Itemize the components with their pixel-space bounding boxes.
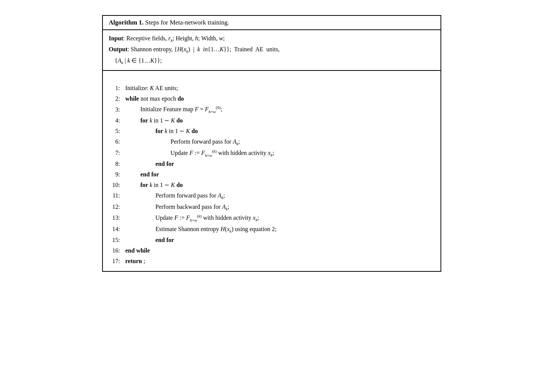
step-num-16: 16: <box>109 245 125 256</box>
step-num-10: 10: <box>109 180 125 190</box>
step-content-11: Perform forward pass for Ak; <box>125 190 434 201</box>
step-num-4: 4: <box>109 115 125 126</box>
step-content-7: Update F := Fh×w(k) with hidden activity… <box>125 148 434 159</box>
step-num-14: 14: <box>109 224 125 234</box>
step-num-3: 3: <box>109 104 125 115</box>
step-num-1: 1: <box>109 83 125 93</box>
step-15: 15: end for <box>109 235 434 245</box>
output-line: Output: Shannon entropy, {H(xk) | k in{1… <box>109 44 434 66</box>
algorithm-label: Algorithm 1. <box>109 19 144 26</box>
step-content-5: for k in 1 ∼ K do <box>125 126 434 136</box>
step-content-1: Initialize: K AE units; <box>125 83 434 93</box>
step-content-12: Perform backward pass for Ak; <box>125 202 434 213</box>
step-6: 6: Perform forward pass for Ak; <box>109 136 434 147</box>
step-9: 9: end for <box>109 169 434 180</box>
step-12: 12: Perform backward pass for Ak; <box>109 202 434 213</box>
input-text: Receptive fields, rk; Height, h; Width, … <box>126 35 225 41</box>
step-2: 2: while not max epoch do <box>109 93 434 104</box>
step-num-7: 7: <box>109 148 125 158</box>
step-1: 1: Initialize: K AE units; <box>109 83 434 93</box>
step-content-3: Initialize Feature map F = Fh×w(0); <box>125 104 434 115</box>
step-11: 11: Perform forward pass for Ak; <box>109 190 434 201</box>
algorithm-box: Algorithm 1. Steps for Meta-network trai… <box>102 15 441 272</box>
step-num-5: 5: <box>109 126 125 136</box>
step-content-17: return ; <box>125 256 434 266</box>
step-num-13: 13: <box>109 213 125 223</box>
step-17: 17: return ; <box>109 256 434 266</box>
input-label: Input <box>109 35 123 41</box>
step-num-17: 17: <box>109 256 125 266</box>
step-content-10: for k in 1 ∼ K do <box>125 180 434 190</box>
step-3: 3: Initialize Feature map F = Fh×w(0); <box>109 104 434 115</box>
step-content-6: Perform forward pass for Ak; <box>125 136 434 147</box>
step-5: 5: for k in 1 ∼ K do <box>109 126 434 136</box>
steps-section: 1: Initialize: K AE units; 2: while not … <box>103 71 441 271</box>
step-content-9: end for <box>125 169 434 180</box>
step-7: 7: Update F := Fh×w(k) with hidden activ… <box>109 148 434 159</box>
step-num-12: 12: <box>109 202 125 212</box>
step-13: 13: Update F := Fh×w(k) with hidden acti… <box>109 213 434 224</box>
input-line: Input: Receptive fields, rk; Height, h; … <box>109 33 434 44</box>
step-4: 4: for k in 1 ∼ K do <box>109 115 434 126</box>
step-16: 16: end while <box>109 245 434 256</box>
step-8: 8: end for <box>109 159 434 169</box>
algorithm-description: Steps for Meta-network training. <box>145 19 229 26</box>
step-content-15: end for <box>125 235 434 245</box>
step-14: 14: Estimate Shannon entropy H(xk) using… <box>109 224 434 235</box>
algorithm-title: Algorithm 1. Steps for Meta-network trai… <box>103 16 441 30</box>
output-label: Output <box>109 46 128 52</box>
step-content-13: Update F := Fh×w(k) with hidden activity… <box>125 213 434 224</box>
step-num-8: 8: <box>109 159 125 169</box>
step-content-8: end for <box>125 159 434 169</box>
step-content-4: for k in 1 ∼ K do <box>125 115 434 126</box>
step-num-2: 2: <box>109 93 125 104</box>
step-num-6: 6: <box>109 136 125 147</box>
output-text: Shannon entropy, {H(xk) | k in{1…K}}; Tr… <box>109 46 280 63</box>
step-10: 10: for k in 1 ∼ K do <box>109 180 434 190</box>
step-content-14: Estimate Shannon entropy H(xk) using equ… <box>125 224 434 235</box>
step-num-15: 15: <box>109 235 125 245</box>
step-num-9: 9: <box>109 169 125 180</box>
step-content-2: while not max epoch do <box>125 93 434 104</box>
step-content-16: end while <box>125 245 434 256</box>
step-num-11: 11: <box>109 190 125 201</box>
input-output-section: Input: Receptive fields, rk; Height, h; … <box>103 30 441 71</box>
